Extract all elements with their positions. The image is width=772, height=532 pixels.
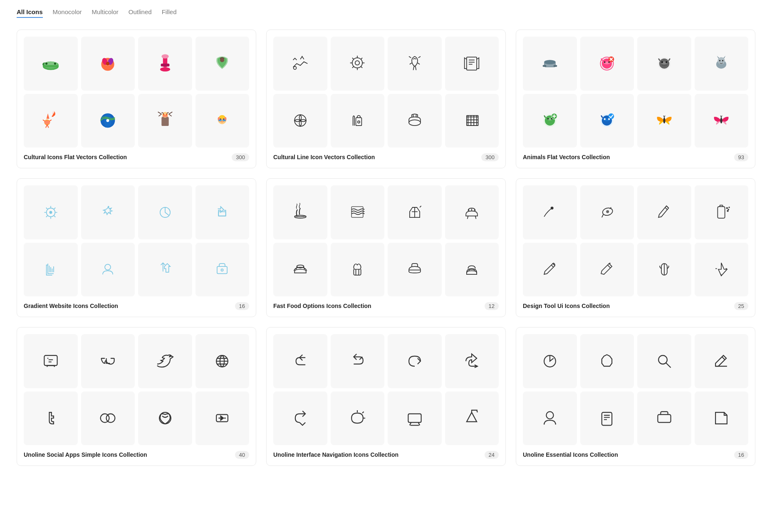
icon-cell — [695, 334, 749, 388]
icon-cell — [580, 392, 634, 446]
icon-cell — [695, 185, 749, 239]
icon-cell — [523, 334, 577, 388]
collection-card-cultural-flat[interactable]: Cultural Icons Flat Vectors Collection 3… — [17, 30, 256, 168]
tabs-bar: All Icons Monocolor Multicolor Outlined … — [17, 8, 755, 18]
svg-rect-104 — [658, 415, 671, 423]
icon-cell — [445, 37, 499, 91]
svg-point-92 — [729, 207, 730, 208]
icon-cell — [138, 37, 192, 91]
icon-cell — [195, 392, 250, 446]
icon-grid — [523, 37, 748, 148]
svg-rect-4 — [43, 65, 59, 67]
collection-title: Fast Food Options Icons Collection — [273, 302, 480, 310]
svg-point-57 — [661, 61, 663, 63]
svg-point-52 — [609, 62, 610, 63]
svg-rect-33 — [223, 120, 226, 121]
svg-rect-47 — [542, 65, 546, 66]
collection-card-cultural-line[interactable]: Cultural Line Icon Vectors Collection 30… — [266, 30, 506, 168]
tab-multicolor[interactable]: Multicolor — [92, 8, 119, 18]
collection-card-gradient-website[interactable]: Gradient Website Icons Collection 16 — [17, 178, 256, 317]
svg-point-36 — [352, 58, 362, 68]
svg-point-41 — [358, 121, 360, 123]
svg-point-82 — [221, 269, 223, 271]
icon-cell — [695, 243, 749, 297]
icon-cell — [138, 94, 192, 148]
collection-footer: Animals Flat Vectors Collection 93 — [523, 153, 748, 161]
icon-cell — [24, 37, 78, 91]
svg-rect-48 — [553, 65, 557, 66]
icon-cell — [580, 334, 634, 388]
icon-cell — [273, 243, 327, 297]
collection-count: 16 — [235, 302, 249, 310]
svg-point-6 — [54, 62, 56, 64]
collection-count: 40 — [235, 451, 249, 459]
collection-card-unoline-social[interactable]: Unoline Social Apps Simple Icons Collect… — [17, 327, 256, 466]
icon-cell — [580, 185, 634, 239]
collection-card-fast-food[interactable]: Fast Food Options Icons Collection 12 — [266, 178, 506, 317]
collection-footer: Unoline Social Apps Simple Icons Collect… — [24, 451, 249, 459]
svg-point-65 — [547, 118, 549, 119]
svg-point-70 — [604, 118, 606, 120]
icon-cell — [445, 94, 499, 148]
svg-point-62 — [722, 60, 723, 61]
collection-card-unoline-nav[interactable]: Unoline Interface Navigation Icons Colle… — [266, 327, 506, 466]
icon-cell — [388, 37, 442, 91]
svg-point-90 — [728, 209, 729, 210]
icon-cell — [523, 392, 577, 446]
svg-point-16 — [220, 58, 224, 62]
collection-footer: Cultural Icons Flat Vectors Collection 3… — [24, 153, 249, 161]
tab-monocolor[interactable]: Monocolor — [53, 8, 82, 18]
collection-card-animals-flat[interactable]: Animals Flat Vectors Collection 93 — [516, 30, 755, 168]
icon-cell — [695, 94, 749, 148]
svg-rect-79 — [219, 212, 226, 216]
svg-point-72 — [609, 113, 614, 119]
icon-cell — [331, 185, 385, 239]
icon-cell — [81, 392, 135, 446]
icon-cell — [388, 185, 442, 239]
icon-cell — [81, 185, 135, 239]
svg-point-31 — [219, 115, 225, 119]
icon-cell — [388, 243, 442, 297]
collection-count: 93 — [734, 153, 748, 161]
svg-point-25 — [166, 114, 167, 116]
collection-footer: Gradient Website Icons Collection 16 — [24, 302, 249, 310]
svg-rect-22 — [161, 117, 168, 126]
collection-card-unoline-essential[interactable]: Unoline Essential Icons Collection 16 — [516, 327, 755, 466]
icon-cell — [445, 185, 499, 239]
icon-cell — [445, 334, 499, 388]
icon-cell — [24, 334, 78, 388]
icon-cell — [24, 185, 78, 239]
svg-point-21 — [106, 119, 109, 122]
icon-grid — [24, 185, 249, 296]
icon-grid — [273, 185, 499, 296]
icon-cell — [138, 392, 192, 446]
icon-cell — [24, 392, 78, 446]
tab-filled[interactable]: Filled — [162, 8, 177, 18]
icon-cell — [195, 243, 250, 297]
svg-point-77 — [108, 206, 109, 207]
svg-point-91 — [727, 210, 729, 212]
icon-cell — [195, 185, 250, 239]
icon-cell — [637, 94, 691, 148]
svg-point-35 — [293, 66, 296, 69]
icon-cell — [138, 185, 192, 239]
collection-count: 25 — [734, 302, 748, 310]
icon-cell — [331, 392, 385, 446]
icon-cell — [388, 392, 442, 446]
collection-card-design-tool[interactable]: Design Tool Ui Icons Collection 25 — [516, 178, 755, 317]
icon-grid — [24, 37, 249, 148]
svg-point-60 — [718, 57, 725, 64]
icon-grid — [523, 185, 748, 296]
icon-cell — [388, 94, 442, 148]
icon-cell — [81, 334, 135, 388]
svg-rect-103 — [602, 412, 612, 425]
collection-title: Animals Flat Vectors Collection — [523, 153, 730, 161]
svg-rect-14 — [161, 64, 169, 66]
svg-rect-32 — [219, 120, 222, 121]
icon-cell — [138, 243, 192, 297]
collection-footer: Unoline Interface Navigation Icons Colle… — [273, 451, 499, 459]
tab-all-icons[interactable]: All Icons — [17, 8, 43, 18]
tab-outlined[interactable]: Outlined — [129, 8, 152, 18]
svg-rect-40 — [356, 118, 362, 126]
icon-cell — [695, 37, 749, 91]
